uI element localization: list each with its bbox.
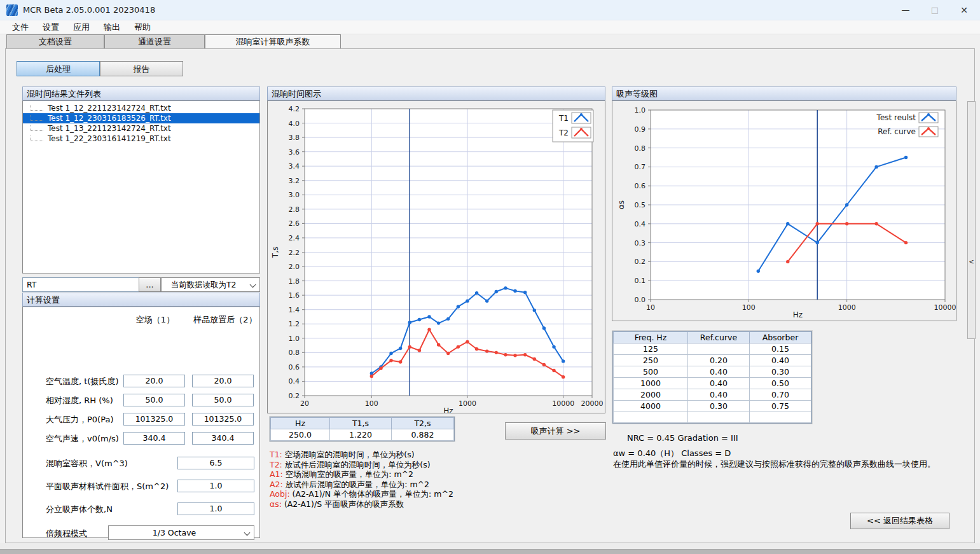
title-bar: MCR Beta 2.05.0.001 20230418 — □ ✕ <box>0 0 980 20</box>
file-list-item[interactable]: Test 1_22_230316141219_RT.txt <box>23 134 259 144</box>
calc-value-with-sample[interactable]: 101325.0 <box>192 413 254 426</box>
svg-text:1.6: 1.6 <box>289 291 300 300</box>
calc-row-label: 平面吸声材料试件面积，S(m^2) <box>46 481 169 492</box>
menu-item-帮助[interactable]: 帮助 <box>127 20 158 34</box>
minimize-icon[interactable]: — <box>891 0 920 20</box>
svg-text:T1: T1 <box>558 114 569 123</box>
calc-settings-header: 计算设置 <box>22 293 260 307</box>
calc-value-with-sample[interactable]: 340.4 <box>192 432 254 445</box>
absorb-calc-button[interactable]: 吸声计算 >> <box>505 422 606 440</box>
calc-row-label: 混响室容积，V(m^3) <box>46 458 128 469</box>
tree-branch-icon <box>31 115 43 121</box>
calc-value-with-sample[interactable]: 20.0 <box>192 375 254 387</box>
maximize-icon[interactable]: □ <box>920 0 949 20</box>
table-cell: 500 <box>614 366 688 378</box>
svg-text:20000: 20000 <box>581 399 604 408</box>
table-header-cell: T1,s <box>330 418 392 429</box>
note-text: 放试件后混响室的混响时间，单位为秒(s) <box>285 460 431 469</box>
table-cell <box>750 412 811 423</box>
note-key: Aobj: <box>270 489 293 499</box>
rt-name-input[interactable]: RT <box>22 277 139 292</box>
note-key: A1: <box>270 469 286 479</box>
svg-text:10000: 10000 <box>934 303 956 312</box>
svg-text:Hz: Hz <box>793 310 803 319</box>
file-list-item[interactable]: Test 1_13_221123142724_RT.txt <box>23 123 259 134</box>
table-row: 1250.15 <box>614 343 811 355</box>
file-name: Test 1_12_221123142724_RT.txt <box>48 103 175 113</box>
svg-text:100: 100 <box>742 303 756 312</box>
note-text: 空场混响室的混响时间，单位为秒(s) <box>285 450 415 459</box>
tab-3[interactable]: 混响室计算吸声系数 <box>205 34 341 48</box>
column-header-empty-room: 空场（1） <box>123 314 187 326</box>
notes-block: T1: 空场混响室的混响时间，单位为秒(s)T2: 放试件后混响室的混响时间，单… <box>270 450 453 509</box>
subtab-1[interactable]: 后处理 <box>17 61 100 76</box>
file-list-item[interactable]: Test 1_12_221123142724_RT.txt <box>23 103 259 113</box>
calc-value-empty-room[interactable]: 20.0 <box>123 375 185 387</box>
close-icon[interactable]: ✕ <box>949 0 979 20</box>
calc-value-empty-room[interactable]: 340.4 <box>123 432 185 445</box>
calc-single-value[interactable]: 1.0 <box>177 502 254 515</box>
calc-single-value[interactable]: 1.0 <box>177 480 254 492</box>
grade-chart-header: 吸声等级图 <box>612 87 956 100</box>
table-cell: 0.15 <box>750 343 811 355</box>
octave-mode-label: 倍频程模式 <box>46 528 87 539</box>
rt-chart-header: 混响时间图示 <box>267 87 605 100</box>
calc-value-with-sample[interactable]: 50.0 <box>192 394 254 406</box>
svg-text:10000: 10000 <box>552 399 574 408</box>
browse-button[interactable]: ... <box>139 277 161 292</box>
collapse-panel-handle[interactable]: < <box>967 101 976 339</box>
svg-text:4.0: 4.0 <box>289 120 300 128</box>
rt-chart-box: 0.20.40.60.81.01.21.41.61.82.02.22.42.62… <box>267 100 605 413</box>
svg-text:10: 10 <box>646 303 655 312</box>
table-cell: 0.20 <box>688 355 750 366</box>
svg-text:0.4: 0.4 <box>635 220 646 228</box>
note-line: αs: (A2-A1)/S 平面吸声体的吸声系数 <box>270 499 453 509</box>
grade-chart-box: 0.00.10.20.30.40.50.60.70.80.91.01010010… <box>612 100 956 321</box>
grade-chart-svg[interactable]: 0.00.10.20.30.40.50.60.70.80.91.01010010… <box>612 101 956 321</box>
table-cell: 250.0 <box>271 429 330 441</box>
menu-item-设置[interactable]: 设置 <box>36 20 66 34</box>
svg-text:0.8: 0.8 <box>635 144 646 153</box>
menu-item-输出[interactable]: 输出 <box>97 20 127 34</box>
note-text: 空场混响室的吸声量，单位为: m^2 <box>286 469 413 479</box>
tree-branch-icon <box>31 125 43 131</box>
tab-strip: 文档设置通道设置混响室计算吸声系数 <box>0 34 980 48</box>
svg-text:1.0: 1.0 <box>635 106 646 114</box>
table-cell: 0.40 <box>750 355 811 366</box>
data-read-dropdown[interactable]: 当前数据读取为T2 <box>161 277 260 292</box>
subtab-2[interactable]: 报告 <box>100 61 183 76</box>
table-cell: 2000 <box>614 389 688 401</box>
calc-single-value[interactable]: 6.5 <box>177 457 254 469</box>
svg-text:0.5: 0.5 <box>635 201 646 209</box>
svg-text:0.6: 0.6 <box>289 363 300 371</box>
svg-text:3.2: 3.2 <box>289 177 300 185</box>
svg-text:T2: T2 <box>558 128 569 137</box>
svg-text:Hz: Hz <box>443 406 453 413</box>
octave-mode-dropdown[interactable]: 1/3 Octave <box>108 525 254 540</box>
back-to-results-button[interactable]: << 返回结果表格 <box>850 513 949 529</box>
table-cell: 4000 <box>614 401 688 412</box>
calc-value-empty-room[interactable]: 101325.0 <box>123 413 185 426</box>
svg-text:1.0: 1.0 <box>289 335 300 343</box>
svg-text:T,s: T,s <box>271 247 280 258</box>
table-header-cell: Hz <box>271 418 330 429</box>
window-bottom-edge <box>0 549 980 554</box>
table-header-cell: Absorber <box>750 332 811 343</box>
menu-item-文件[interactable]: 文件 <box>5 20 36 34</box>
svg-text:0.7: 0.7 <box>635 163 646 171</box>
calc-value-empty-room[interactable]: 50.0 <box>123 394 185 406</box>
rt-chart-svg[interactable]: 0.20.40.60.81.01.21.41.61.82.02.22.42.62… <box>268 101 605 413</box>
table-header-cell: T2,s <box>392 418 454 429</box>
tab-2[interactable]: 通道设置 <box>104 34 205 48</box>
table-row: 20000.400.70 <box>614 389 811 401</box>
svg-text:0.3: 0.3 <box>635 239 646 247</box>
menu-item-应用[interactable]: 应用 <box>66 20 97 34</box>
file-list-item[interactable]: Test 1_12_230316183526_RT.txt <box>23 113 259 123</box>
tab-1[interactable]: 文档设置 <box>6 34 104 48</box>
svg-text:1.8: 1.8 <box>289 277 300 286</box>
table-row: 5000.400.30 <box>614 366 811 378</box>
data-read-value: 当前数据读取为T2 <box>162 278 245 291</box>
svg-text:αs: αs <box>617 200 626 209</box>
svg-text:2.0: 2.0 <box>289 263 300 271</box>
note-text: 放试件后混响室的吸声量，单位为: m^2 <box>286 480 429 489</box>
